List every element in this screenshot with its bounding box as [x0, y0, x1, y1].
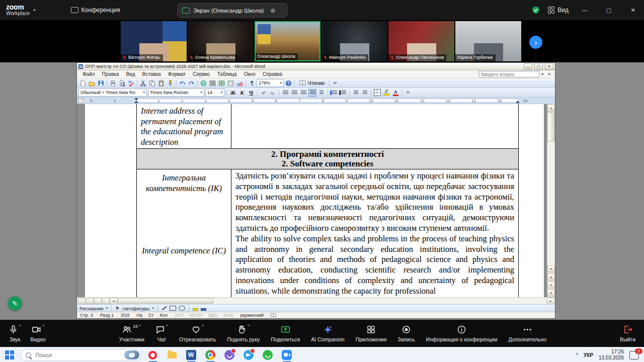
taskbar-chrome-icon[interactable]	[203, 348, 218, 362]
document-page[interactable]: Internet address of permanent placement …	[85, 104, 544, 297]
reading-mode-button[interactable]: Чтение	[296, 79, 328, 87]
menu-edit[interactable]: Правка	[99, 71, 123, 77]
raise-hand-button[interactable]: ^ Поднять руку	[222, 320, 264, 347]
participant-tile-active-speaker[interactable]: Олександр Школа	[255, 21, 320, 61]
help-icon[interactable]	[284, 79, 293, 87]
word-maximize-button[interactable]: ▢	[534, 63, 543, 70]
start-button[interactable]	[5, 350, 14, 359]
chevron-up-icon[interactable]: ^	[19, 324, 21, 329]
hyperlink-icon[interactable]	[199, 79, 208, 87]
next-participants-button[interactable]: ›	[529, 36, 542, 49]
menu-window[interactable]: Окно	[240, 71, 259, 77]
window-maximize-button[interactable]: ▢	[601, 7, 617, 14]
word-minimize-button[interactable]: —	[524, 63, 532, 70]
word-close-button[interactable]: ✕	[545, 63, 553, 70]
status-language[interactable]: украинский	[240, 313, 264, 318]
zoom-brand[interactable]: zoom Workplace ▾	[0, 4, 42, 16]
taskbar-zoom-icon[interactable]	[279, 348, 294, 362]
columns-icon[interactable]	[226, 79, 235, 87]
chevron-up-icon[interactable]: ^	[202, 324, 204, 329]
toolbar-options-icon[interactable]	[331, 79, 340, 87]
line-color-icon[interactable]	[201, 306, 206, 311]
window-minimize-button[interactable]: —	[577, 7, 593, 13]
subscript-button[interactable]: x₂	[269, 89, 277, 97]
security-shield-icon[interactable]	[532, 6, 540, 14]
tray-expand-icon[interactable]: ^	[576, 352, 578, 358]
web-layout-view-button[interactable]	[86, 298, 94, 304]
menu-table[interactable]: Таблица	[213, 71, 240, 77]
align-right-button[interactable]	[299, 89, 307, 97]
hscroll-thumb[interactable]	[118, 298, 213, 304]
numbered-list-button[interactable]	[330, 89, 338, 97]
horizontal-ruler[interactable]: 2 1 1 2 3 4 5 6 7 8 9 10 11 12 13 14 15 …	[77, 98, 555, 104]
drawing-menu-button[interactable]: Рисование	[79, 306, 104, 311]
table-header-row[interactable]: 2. Програмні компетентності 2. Software …	[137, 149, 518, 169]
document-table[interactable]: Internet address of permanent placement …	[136, 104, 519, 297]
scroll-right-button[interactable]: ►	[547, 298, 554, 305]
share-screen-button[interactable]: Поделиться	[266, 320, 304, 347]
chevron-up-icon[interactable]: ^	[139, 324, 141, 329]
annotation-pencil-button[interactable]: ✎	[8, 297, 22, 310]
normal-view-button[interactable]	[78, 298, 86, 304]
more-button[interactable]: Дополнительно	[504, 320, 551, 347]
line-spacing-button[interactable]	[317, 89, 326, 97]
fill-color-icon[interactable]	[193, 306, 198, 311]
chevron-up-icon[interactable]: ^	[42, 324, 44, 329]
chevron-up-icon[interactable]: ^	[248, 324, 250, 329]
ask-question-input[interactable]	[479, 71, 539, 77]
zoom-level-combo[interactable]: 179% ▾	[257, 79, 284, 87]
print-preview-icon[interactable]	[118, 79, 126, 87]
align-justify-button[interactable]	[308, 89, 316, 97]
horizontal-scrollbar[interactable]: ◄ ►	[77, 297, 555, 304]
line-tool-icon[interactable]	[162, 306, 167, 310]
save-icon[interactable]	[97, 79, 105, 87]
chevron-up-icon[interactable]: ^	[166, 324, 168, 329]
participants-button[interactable]: 16 ^ Участники	[115, 320, 149, 347]
copy-icon[interactable]	[148, 79, 156, 87]
participant-tile[interactable]: Олена Кривильова	[188, 21, 254, 61]
redo-icon[interactable]	[187, 79, 196, 87]
next-page-button[interactable]: ▼	[547, 290, 555, 297]
audio-button[interactable]: ^ Звук	[4, 320, 26, 347]
notification-center-icon[interactable]: 2	[629, 351, 639, 359]
underline-button[interactable]: Ч	[247, 89, 255, 97]
scroll-up-button[interactable]: ▲	[547, 105, 555, 112]
participant-tile[interactable]: Вікторія Жигірь	[121, 21, 187, 61]
table-cell-body[interactable]: Здатність розв’язувати складні задачі і …	[231, 169, 518, 297]
spelling-icon[interactable]	[127, 79, 135, 87]
menu-tools[interactable]: Сервис	[189, 71, 213, 77]
document-area[interactable]: Internet address of permanent placement …	[77, 104, 555, 297]
highlight-button[interactable]	[382, 89, 390, 97]
word-titlebar[interactable]: W ОПП магістр А4 СО (фізика та астрономі…	[77, 63, 555, 70]
search-highlight-image[interactable]	[124, 350, 139, 359]
previous-page-button[interactable]: ▲	[547, 274, 555, 281]
outline-view-button[interactable]	[102, 298, 110, 304]
react-button[interactable]: ^ Отреагировать	[175, 320, 220, 347]
chat-button[interactable]: ^ Чат	[151, 320, 173, 347]
scrollbar-thumb[interactable]	[547, 112, 555, 141]
right-indent-marker[interactable]	[516, 101, 520, 103]
menu-file[interactable]: Файл	[79, 71, 99, 77]
insert-excel-icon[interactable]	[217, 79, 226, 87]
apps-button[interactable]: Приложения	[351, 320, 391, 347]
select-browse-object-button[interactable]: ●	[547, 282, 555, 289]
print-layout-view-button[interactable]	[94, 298, 102, 304]
participant-tile[interactable]: Maksym Pavlenko	[321, 21, 387, 61]
taskbar-opera-icon[interactable]	[145, 348, 160, 362]
insert-table-icon[interactable]	[208, 79, 217, 87]
open-icon[interactable]	[88, 79, 96, 87]
hscroll-track[interactable]	[118, 298, 546, 304]
paste-icon[interactable]	[157, 79, 166, 87]
align-left-button[interactable]	[281, 89, 289, 97]
keyboard-language[interactable]: УКР	[584, 352, 593, 358]
tab-shared-screen[interactable]: Экран (Олександр Школа) ⊕	[177, 3, 288, 18]
font-combo[interactable]: Times New Roman ▾	[148, 88, 204, 97]
cut-icon[interactable]	[139, 79, 147, 87]
chevron-down-icon[interactable]: ▾	[539, 72, 545, 76]
menu-insert[interactable]: Вставка	[138, 71, 164, 77]
menu-view[interactable]: Вид	[122, 71, 138, 77]
document-close-icon[interactable]: ✕	[545, 72, 553, 76]
taskbar-explorer-icon[interactable]	[165, 348, 180, 362]
bold-button[interactable]: Ж	[229, 89, 237, 97]
tab-meeting[interactable]: Конференция	[71, 7, 120, 14]
